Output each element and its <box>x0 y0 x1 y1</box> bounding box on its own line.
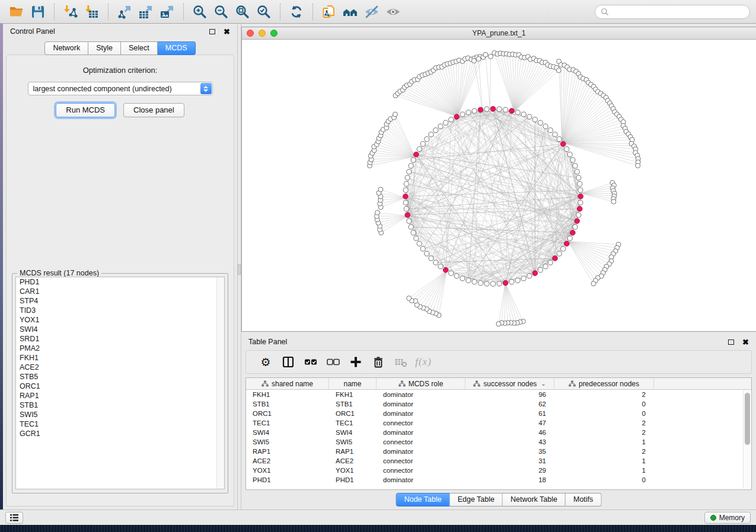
result-node-item[interactable]: PHD1 <box>16 277 224 287</box>
float-table-panel-icon[interactable] <box>728 339 734 345</box>
zoom-out-button[interactable] <box>210 2 232 21</box>
table-row[interactable]: YOX1YOX1connector291 <box>246 466 751 475</box>
table-row[interactable]: STB1STB1dominator620 <box>246 399 751 409</box>
window-zoom-icon[interactable] <box>270 30 277 37</box>
close-panel-icon[interactable]: ✖ <box>224 28 230 36</box>
table-row[interactable]: FKH1FKH1dominator962 <box>246 390 751 399</box>
result-node-item[interactable]: SWI4 <box>16 325 224 334</box>
table-row[interactable]: ORC1ORC1dominator610 <box>246 409 751 418</box>
column-header-name[interactable]: name <box>329 378 377 389</box>
select-all-icon[interactable] <box>299 352 322 371</box>
zoom-in-button[interactable] <box>189 2 210 21</box>
clone-network-button[interactable] <box>318 2 340 21</box>
export-image-button[interactable] <box>157 2 178 21</box>
import-network-button[interactable] <box>60 2 81 21</box>
split-view-icon[interactable] <box>277 352 299 371</box>
first-neighbors-button[interactable] <box>340 2 361 21</box>
result-list-scrollbar[interactable] <box>216 277 224 489</box>
criterion-select[interactable]: largest connected component (undirected) <box>28 82 213 95</box>
tab-network-table[interactable]: Network Table <box>503 493 566 507</box>
window-close-icon[interactable] <box>247 30 254 37</box>
tab-node-table[interactable]: Node Table <box>396 493 450 507</box>
result-node-item[interactable]: ACE2 <box>16 363 224 372</box>
cell-predecessor-nodes: 2 <box>554 447 654 456</box>
table-row[interactable]: RAP1RAP1dominator352 <box>246 447 751 456</box>
table-row[interactable]: ACE2ACE2connector311 <box>246 456 751 466</box>
refresh-button[interactable] <box>286 2 307 21</box>
tab-style[interactable]: Style <box>88 41 121 55</box>
result-node-item[interactable]: ORC1 <box>16 382 224 391</box>
cell-name: PHD1 <box>329 475 377 485</box>
tab-edge-table[interactable]: Edge Table <box>450 493 503 507</box>
table-row[interactable]: TEC1TEC1connector472 <box>246 418 751 428</box>
attribute-icon <box>398 380 406 387</box>
result-node-item[interactable]: FKH1 <box>16 353 224 363</box>
result-node-item[interactable]: STB5 <box>16 372 224 382</box>
toolbar-separator <box>312 4 313 20</box>
add-icon[interactable] <box>344 352 367 371</box>
zoom-selected-button[interactable] <box>253 2 275 21</box>
result-node-item[interactable]: GCR1 <box>16 429 224 438</box>
delete-icon[interactable] <box>367 352 390 371</box>
result-node-item[interactable]: SRD1 <box>16 334 224 344</box>
splitter-grip[interactable] <box>238 264 241 275</box>
table-row[interactable]: PHD1PHD1dominator180 <box>246 475 751 485</box>
column-header-successor-nodes[interactable]: successor nodes⌄ <box>465 378 554 389</box>
export-table-button[interactable] <box>135 2 157 21</box>
task-list-button[interactable] <box>5 512 23 524</box>
mcds-result-group: MCDS result (17 nodes) PHD1CAR1STP4TID3Y… <box>12 273 228 493</box>
memory-button[interactable]: Memory <box>704 512 751 524</box>
hide-selected-button[interactable] <box>361 2 382 21</box>
tab-select[interactable]: Select <box>121 41 158 55</box>
zoom-fit-button[interactable] <box>232 2 253 21</box>
table-scrollbar-thumb[interactable] <box>745 393 750 445</box>
table-scrollbar[interactable] <box>743 390 751 489</box>
cell-successor-nodes: 46 <box>465 428 554 437</box>
result-node-item[interactable]: SWI5 <box>16 410 224 419</box>
run-mcds-button[interactable]: Run MCDS <box>56 103 115 117</box>
cell-shared-name: STB1 <box>246 399 329 409</box>
close-table-panel-icon[interactable]: ✖ <box>742 338 749 346</box>
cell-name: RAP1 <box>329 447 377 456</box>
export-network-button[interactable] <box>114 2 135 21</box>
result-node-item[interactable]: STB1 <box>16 400 224 410</box>
network-graph[interactable] <box>242 40 756 331</box>
table-settings-gear-icon[interactable]: ⚙ <box>254 352 277 371</box>
cell-predecessor-nodes: 1 <box>554 466 654 475</box>
window-minimize-icon[interactable] <box>259 30 266 37</box>
toolbar-separator <box>54 4 55 20</box>
search-input[interactable] <box>612 8 744 16</box>
close-panel-button[interactable]: Close panel <box>123 103 184 117</box>
tab-network[interactable]: Network <box>44 41 88 55</box>
result-node-item[interactable]: STP4 <box>16 296 224 306</box>
import-table-button[interactable] <box>81 2 103 21</box>
column-header-filler <box>654 378 751 389</box>
table-panel: Table Panel ✖ ⚙f(x) shared namenameMCDS … <box>241 335 756 509</box>
network-window-titlebar[interactable]: YPA_prune.txt_1 <box>242 27 756 40</box>
float-panel-icon[interactable] <box>209 29 215 34</box>
tab-motifs[interactable]: Motifs <box>566 493 601 507</box>
table-row[interactable]: SWI5SWI5connector431 <box>246 437 751 447</box>
result-node-item[interactable]: RAP1 <box>16 391 224 400</box>
node-table: shared namenameMCDS rolesuccessor nodes⌄… <box>245 377 752 490</box>
cell-name: SWI4 <box>329 428 377 437</box>
result-node-item[interactable]: TEC1 <box>16 419 224 429</box>
result-node-item[interactable]: YOX1 <box>16 315 224 325</box>
result-node-item[interactable]: TID3 <box>16 306 224 315</box>
mcds-result-list[interactable]: PHD1CAR1STP4TID3YOX1SWI4SRD1PMA2FKH1ACE2… <box>15 277 225 489</box>
search-box[interactable] <box>595 5 750 19</box>
column-header-predecessor-nodes[interactable]: predecessor nodes <box>554 378 654 389</box>
table-row[interactable]: SWI4SWI4dominator462 <box>246 428 751 437</box>
tab-mcds[interactable]: MCDS <box>158 41 196 55</box>
column-header-MCDS-role[interactable]: MCDS role <box>377 378 465 389</box>
column-header-shared-name[interactable]: shared name <box>246 378 329 389</box>
toolbar-separator <box>183 4 184 20</box>
open-file-button[interactable] <box>6 2 27 21</box>
result-node-item[interactable]: PMA2 <box>16 344 224 353</box>
vertical-splitter[interactable] <box>237 24 241 509</box>
deselect-all-icon[interactable] <box>322 352 344 371</box>
result-node-item[interactable]: CAR1 <box>16 287 224 296</box>
save-session-button[interactable] <box>27 2 49 21</box>
cell-successor-nodes: 18 <box>465 475 554 485</box>
show-all-button[interactable] <box>382 2 404 21</box>
